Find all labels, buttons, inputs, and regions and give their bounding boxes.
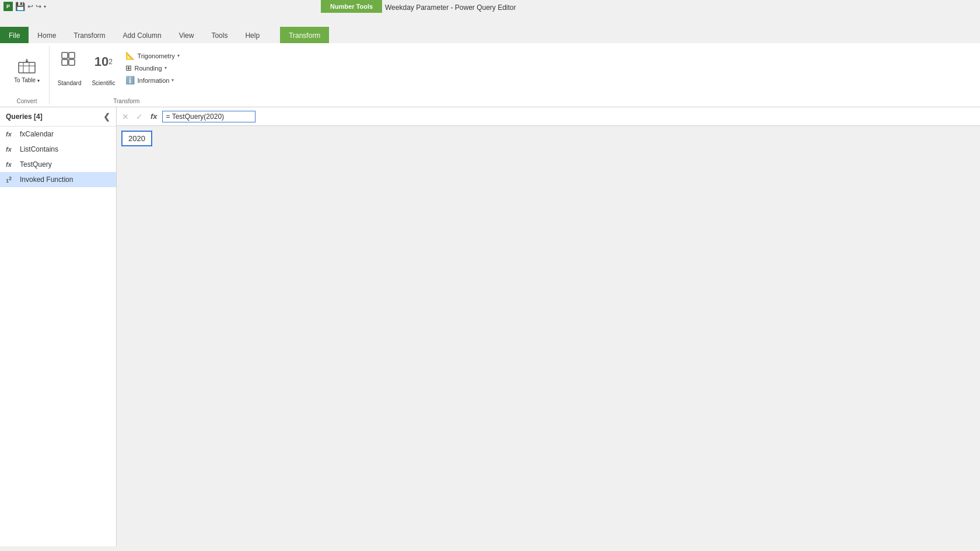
title-bar-dropdown[interactable]: ▾ xyxy=(44,4,46,9)
sidebar-label-testquery: TestQuery xyxy=(20,160,52,169)
title-bar: P 💾 ↩ ↪ ▾ Number Tools Weekday Parameter… xyxy=(0,0,980,13)
information-item[interactable]: ℹ️ Information ▾ xyxy=(123,75,181,86)
ribbon-group-convert: To Table ▾ Convert xyxy=(5,45,50,104)
sidebar-title: Queries [4] xyxy=(6,113,43,121)
title-bar-save[interactable]: 💾 xyxy=(15,2,25,11)
trigonometry-item[interactable]: 📐 Trigonometry ▾ xyxy=(123,50,181,61)
sidebar-item-fxcalendar[interactable]: fx fxCalendar xyxy=(0,127,116,142)
svg-rect-7 xyxy=(69,52,75,58)
rounding-icon: ⊞ xyxy=(125,64,132,72)
number-tools-context-tab: Number Tools xyxy=(321,0,382,13)
ribbon: To Table ▾ Convert xyxy=(0,43,980,107)
sidebar-label-invoked-function: Invoked Function xyxy=(20,176,73,184)
title-bar-redo[interactable]: ↪ xyxy=(36,2,41,10)
window-title: Weekday Parameter - Power Query Editor xyxy=(385,3,516,12)
rounding-arrow: ▾ xyxy=(164,65,167,71)
fx-icon-fxcalendar: fx xyxy=(6,131,16,138)
ribbon-group-transform: Standard 102 Scientific 📐 Trigonometry ▾ xyxy=(51,45,202,104)
trigonometry-label: Trigonometry xyxy=(137,52,174,59)
information-icon: ℹ️ xyxy=(125,76,135,85)
result-cell: 2020 xyxy=(121,131,980,146)
tab-file[interactable]: File xyxy=(0,27,29,43)
rounding-label: Rounding xyxy=(134,65,162,72)
sidebar-item-testquery[interactable]: fx TestQuery xyxy=(0,157,116,172)
to-table-button[interactable]: To Table ▾ xyxy=(9,48,44,94)
standard-icon xyxy=(61,50,78,69)
fx-icon-testquery: fx xyxy=(6,161,16,168)
formula-fx-label: fx xyxy=(147,111,161,122)
standard-label: Standard xyxy=(58,80,82,86)
fx-icon-listcontains: fx xyxy=(6,146,16,153)
data-canvas: 2020 xyxy=(117,126,980,546)
scientific-button[interactable]: 102 Scientific xyxy=(88,48,118,89)
content-area: ✕ ✓ fx 2020 xyxy=(117,107,980,546)
svg-rect-0 xyxy=(19,62,35,73)
scientific-label: Scientific xyxy=(92,80,115,86)
sidebar-label-listcontains: ListContains xyxy=(20,145,58,153)
sidebar-collapse-button[interactable]: ❮ xyxy=(103,112,110,121)
trigonometry-icon: 📐 xyxy=(125,51,135,60)
ribbon-tabs: File Home Transform Add Column View Tool… xyxy=(0,26,980,43)
information-arrow: ▾ xyxy=(172,78,174,83)
title-bar-undo[interactable]: ↩ xyxy=(27,2,33,10)
trigonometry-arrow: ▾ xyxy=(177,53,180,58)
to-table-arrow: ▾ xyxy=(37,78,40,83)
formula-bar: ✕ ✓ fx xyxy=(117,107,980,126)
scientific-icon: 102 xyxy=(92,50,115,73)
tab-add-column[interactable]: Add Column xyxy=(114,27,170,43)
sidebar-header: Queries [4] ❮ xyxy=(0,107,116,127)
sidebar-item-invoked-function[interactable]: 12 Invoked Function xyxy=(0,172,116,187)
result-value: 2020 xyxy=(121,131,152,146)
formula-cancel-button[interactable]: ✕ xyxy=(119,111,132,122)
to-table-icon xyxy=(18,58,36,76)
formula-accept-button[interactable]: ✓ xyxy=(133,111,146,122)
rounding-item[interactable]: ⊞ Rounding ▾ xyxy=(123,62,181,73)
tab-home[interactable]: Home xyxy=(29,27,65,43)
tab-transform-active[interactable]: Transform xyxy=(280,27,329,43)
num-icon-invoked-function: 12 xyxy=(6,176,16,184)
transform-group-label: Transform xyxy=(55,96,198,104)
sidebar: Queries [4] ❮ fx fxCalendar fx ListConta… xyxy=(0,107,117,546)
tab-view[interactable]: View xyxy=(170,27,203,43)
trigonometry-button[interactable]: 📐 Trigonometry ▾ ⊞ Rounding ▾ ℹ️ Informa… xyxy=(123,48,181,86)
svg-rect-9 xyxy=(69,59,75,65)
svg-rect-8 xyxy=(62,59,68,65)
information-label: Information xyxy=(137,77,169,84)
tab-help[interactable]: Help xyxy=(236,27,268,43)
convert-group-label: Convert xyxy=(9,96,44,104)
main-layout: Queries [4] ❮ fx fxCalendar fx ListConta… xyxy=(0,107,980,546)
tab-transform[interactable]: Transform xyxy=(65,27,114,43)
tab-tools[interactable]: Tools xyxy=(202,27,236,43)
sidebar-item-listcontains[interactable]: fx ListContains xyxy=(0,142,116,157)
standard-button[interactable]: Standard xyxy=(55,48,84,89)
formula-input[interactable] xyxy=(162,111,256,122)
app-icon: P xyxy=(4,2,13,11)
sidebar-label-fxcalendar: fxCalendar xyxy=(20,130,54,138)
to-table-label: To Table xyxy=(14,77,36,83)
svg-rect-6 xyxy=(62,52,68,58)
